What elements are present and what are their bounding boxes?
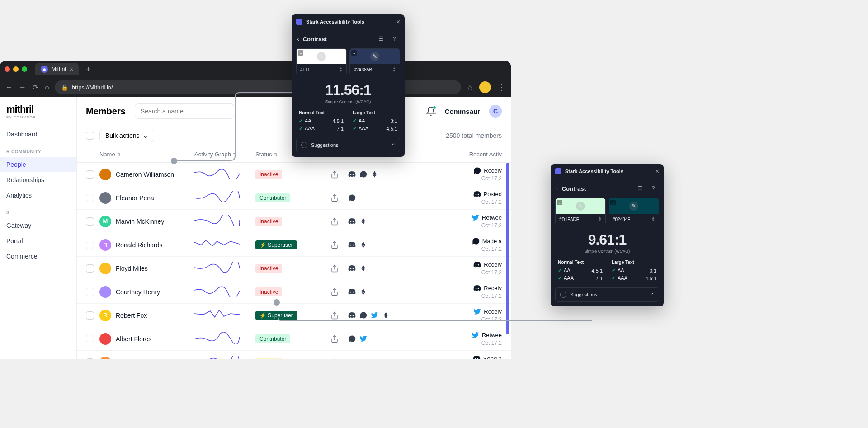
chevron-down-icon[interactable]: ⌄ (557, 200, 562, 205)
table-row[interactable]: Eleanor Pena Contributor Posted Oct 17,2 (77, 186, 511, 210)
suggestions-icon (301, 142, 307, 148)
eyedropper-icon[interactable]: ✎ (576, 202, 585, 211)
sidebar-item-people[interactable]: People (0, 157, 76, 172)
notifications-button[interactable] (426, 106, 436, 116)
col-graph[interactable]: Activity Graph⇅ (194, 151, 255, 158)
share-button[interactable] (321, 335, 348, 343)
row-checkbox[interactable] (86, 217, 94, 226)
member-name: R Ronald Richards (99, 239, 194, 251)
table-row[interactable]: Cameron Williamson Inactive Receiv Oct 1… (77, 163, 511, 186)
back-icon[interactable]: ‹ (297, 35, 299, 42)
check-icon: ✓ (353, 118, 357, 123)
platform-icons (348, 288, 409, 296)
row-checkbox[interactable] (86, 241, 94, 249)
sidebar-item-commerce[interactable]: Commerce (0, 249, 76, 264)
profile-avatar[interactable] (479, 81, 491, 93)
row-checkbox[interactable] (86, 311, 94, 320)
platform-icons (348, 311, 409, 319)
activity-sparkline (194, 309, 255, 322)
maximize-window[interactable] (22, 66, 27, 72)
home-icon[interactable]: ⌂ (45, 83, 49, 92)
sidebar-item-analytics[interactable]: Analytics (0, 188, 76, 203)
table-row[interactable]: R Robert Fox ⚡ Superuser Receiv Oct 17,2 (77, 304, 511, 327)
swatch-background[interactable]: ⌄✎ #02434F▲▼ (609, 198, 659, 225)
eyedropper-icon[interactable]: ✎ (629, 202, 638, 211)
close-window[interactable] (5, 66, 10, 72)
share-button[interactable] (321, 264, 348, 273)
select-all-checkbox[interactable] (86, 132, 94, 140)
sidebar-item-relationships[interactable]: Relationships (0, 172, 76, 188)
browser-menu-icon[interactable]: ⋮ (497, 82, 505, 92)
sort-icon: ⇅ (117, 152, 121, 157)
stark-titlebar: Stark Accessibility Tools × (551, 164, 664, 179)
row-checkbox[interactable] (86, 358, 94, 360)
new-tab-button[interactable]: + (82, 65, 94, 74)
share-button[interactable] (321, 170, 348, 179)
reload-icon[interactable]: ⟳ (33, 83, 38, 92)
activity-sparkline (194, 262, 255, 275)
chevron-down-icon[interactable]: ⌄ (351, 50, 357, 56)
row-checkbox[interactable] (86, 264, 94, 273)
search-input[interactable] (135, 103, 234, 119)
share-button[interactable] (321, 288, 348, 296)
swatch-foreground[interactable]: ⌄✎ #D1FADF▲▼ (555, 198, 606, 225)
chevron-down-icon[interactable]: ⌄ (610, 200, 616, 205)
share-button[interactable] (321, 217, 348, 226)
check-icon: ✓ (353, 126, 357, 131)
back-icon[interactable]: ← (5, 83, 13, 92)
stepper-icon[interactable]: ▲▼ (598, 216, 602, 222)
share-button[interactable] (321, 311, 348, 320)
sidebar-item-gateway[interactable]: Gateway (0, 218, 76, 233)
row-checkbox[interactable] (86, 194, 94, 202)
help-icon[interactable]: ? (648, 183, 658, 193)
table-row[interactable]: M Marvin McKinney Inactive Retwee Oct 17… (77, 210, 511, 233)
share-button[interactable] (321, 194, 348, 202)
star-icon[interactable]: ☆ (467, 83, 473, 92)
stepper-icon[interactable]: ▲▼ (339, 67, 343, 72)
minimize-window[interactable] (13, 66, 19, 72)
page-title: Members (86, 106, 126, 117)
stepper-icon[interactable]: ▲▼ (392, 67, 396, 72)
table-row[interactable]: R Ronald Richards ⚡ Superuser Made a Oct… (77, 233, 511, 257)
row-checkbox[interactable] (86, 170, 94, 179)
table-row[interactable]: Floyd Miles Inactive Receiv Oct 17,2 (77, 257, 511, 280)
eyedropper-icon[interactable]: ✎ (370, 52, 379, 61)
close-icon[interactable]: × (656, 168, 659, 175)
scrollbar[interactable] (506, 163, 509, 334)
swatch-background[interactable]: ⌄✎ #2A385B▲▼ (349, 48, 400, 75)
close-icon[interactable]: × (396, 18, 400, 25)
recent-activity: Receiv Oct 17,2 (409, 261, 502, 276)
bulk-actions-button[interactable]: Bulk actions ⌄ (99, 129, 154, 142)
suggestions-button[interactable]: Suggestions ⌃ (555, 287, 659, 302)
col-name[interactable]: Name⇅ (99, 151, 194, 158)
stepper-icon[interactable]: ▲▼ (651, 216, 655, 222)
table-row[interactable]: Albert Flores Contributor Retwee Oct 17,… (77, 327, 511, 351)
chevron-down-icon[interactable]: ⌄ (298, 50, 303, 56)
user-avatar[interactable]: C (489, 105, 502, 118)
settings-icon[interactable]: ☰ (376, 34, 386, 44)
close-tab-icon[interactable]: × (70, 66, 73, 73)
sidebar-item-portal[interactable]: Portal (0, 233, 76, 249)
back-icon[interactable]: ‹ (556, 185, 558, 192)
notification-dot (433, 106, 436, 109)
share-button[interactable] (321, 241, 348, 249)
browser-tab[interactable]: ◆ Mithril × (35, 63, 79, 75)
status-badge: ⚡ Superuser (255, 240, 321, 249)
row-checkbox[interactable] (86, 288, 94, 296)
table-row[interactable]: Courtney Henry Inactive Receiv Oct 17,2 (77, 280, 511, 304)
row-checkbox[interactable] (86, 335, 94, 343)
avatar: J (99, 357, 111, 360)
check-icon: ✓ (299, 118, 303, 123)
forward-icon[interactable]: → (19, 83, 26, 92)
table-row[interactable]: J Jerome Bell Regular Send a Oct 17,2 (77, 351, 511, 359)
suggestions-button[interactable]: Suggestions ⌃ (296, 138, 400, 152)
help-icon[interactable]: ? (389, 34, 399, 44)
eyedropper-icon[interactable]: ✎ (317, 52, 326, 61)
swatch-foreground[interactable]: ⌄✎ #FFF▲▼ (296, 48, 347, 75)
col-activity[interactable]: Recent Activ (420, 151, 502, 158)
share-button[interactable] (321, 358, 348, 360)
settings-icon[interactable]: ☰ (635, 183, 645, 193)
avatar (99, 192, 111, 204)
url-text: https://Mithril.io/ (72, 84, 113, 91)
sidebar-item-dashboard[interactable]: Dashboard (0, 127, 76, 142)
